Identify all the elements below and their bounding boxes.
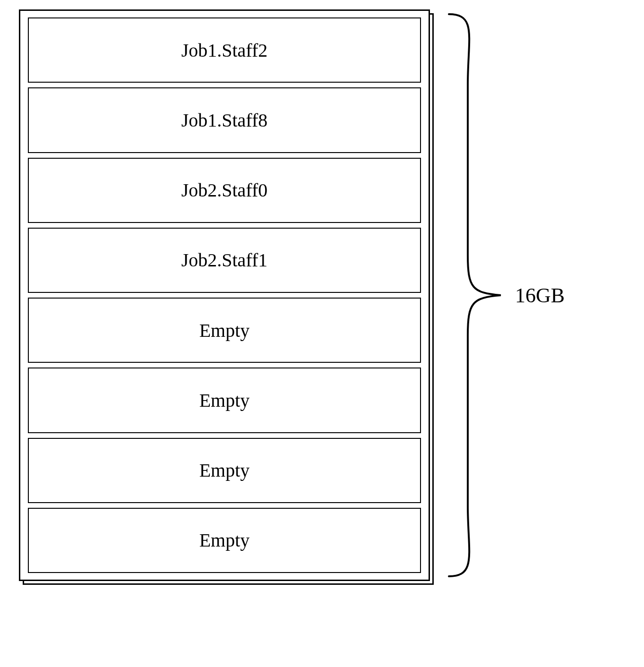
memory-slot: Empty	[28, 368, 421, 433]
brace-icon	[439, 9, 506, 581]
memory-slot: Job2.Staff0	[28, 158, 421, 223]
slot-label: Job2.Staff1	[181, 249, 268, 271]
memory-slot: Job1.Staff2	[28, 17, 421, 83]
slot-label: Empty	[199, 389, 250, 411]
memory-slot: Job1.Staff8	[28, 87, 421, 153]
diagram-canvas: Job1.Staff2 Job1.Staff8 Job2.Staff0 Job2…	[0, 0, 644, 667]
memory-slot: Job2.Staff1	[28, 228, 421, 293]
total-size-label: 16GB	[515, 283, 565, 308]
slot-label: Job1.Staff8	[181, 109, 268, 131]
slot-label: Job1.Staff2	[181, 39, 268, 61]
slot-label: Empty	[199, 529, 250, 551]
memory-block: Job1.Staff2 Job1.Staff8 Job2.Staff0 Job2…	[19, 9, 430, 581]
memory-slot: Empty	[28, 508, 421, 573]
slot-label: Empty	[199, 459, 250, 481]
memory-slot: Empty	[28, 438, 421, 503]
slot-label: Empty	[199, 319, 250, 342]
memory-slot: Empty	[28, 298, 421, 363]
slot-label: Job2.Staff0	[181, 179, 268, 201]
